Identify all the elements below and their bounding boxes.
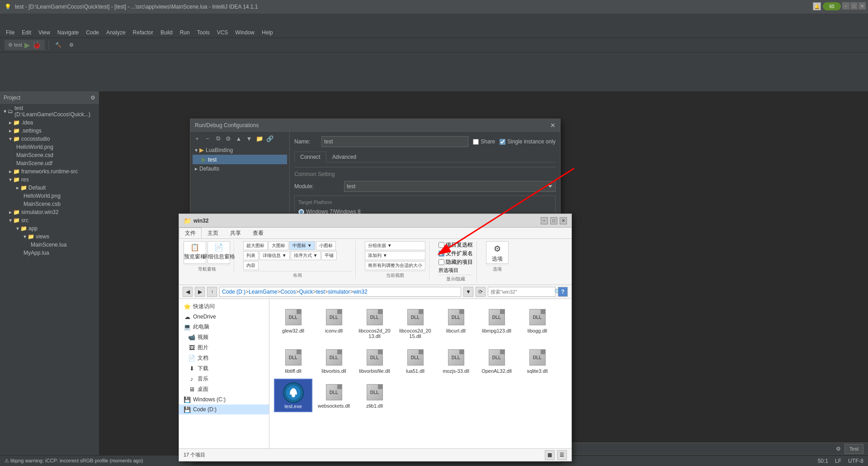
build-btn[interactable]: 🔨 [52, 40, 64, 50]
file-sqlite3[interactable]: DLL sqlite3.dll [518, 344, 557, 376]
sidebar-item-app[interactable]: ▾ 📁 app [0, 224, 99, 233]
name-input[interactable] [321, 136, 468, 147]
fb-sidebar-music[interactable]: ♪ 音乐 [179, 374, 269, 384]
fb-detail-btn[interactable]: 📄 详细信息窗格 [208, 241, 230, 264]
file-libmpg123[interactable]: DLL libmpg123.dll [477, 304, 516, 342]
fb-tab-home[interactable]: 主页 [202, 228, 224, 238]
toolbar-run-btn[interactable]: ▶ [24, 41, 30, 49]
minimize-btn[interactable]: − [842, 2, 849, 10]
sidebar-item-res[interactable]: ▾ 📁 res [0, 176, 99, 184]
fb-sidebar-quickaccess[interactable]: ⭐ 快速访问 [179, 301, 269, 312]
file-libogg[interactable]: DLL libogg.dll [518, 304, 557, 342]
sidebar-item-mainscene-udf[interactable]: MainScene.udf [0, 159, 99, 167]
sidebar-item-views[interactable]: ▾ 📁 views [0, 233, 99, 241]
menu-build[interactable]: Build [157, 29, 176, 37]
fb-sidebar-video[interactable]: 📹 视频 [179, 332, 269, 342]
fb-checkbox-hidden[interactable]: 隐藏的项目 [439, 258, 473, 266]
sidebar-item-test[interactable]: ▾ 🗂 test (D:\LearnGame\Cocos\Quick...) [0, 104, 99, 119]
fb-help-btn[interactable]: ? [558, 287, 568, 297]
menu-run[interactable]: Run [176, 29, 193, 37]
menu-view[interactable]: View [35, 29, 54, 37]
file-mozjs33[interactable]: DLL mozjs-33.dll [437, 344, 475, 376]
fb-tab-view[interactable]: 查看 [247, 228, 269, 238]
fb-dropdown-btn[interactable]: ▼ [463, 287, 473, 297]
fb-sort-btn[interactable]: 排序方式 ▼ [291, 251, 321, 260]
fb-checkbox-items[interactable]: 项目复选框 [439, 241, 473, 249]
sidebar-item-default[interactable]: ▸ 📁 Default [0, 184, 99, 192]
tab-connect[interactable]: Connect [294, 152, 326, 162]
file-libvorbis[interactable]: DLL libvorbis.dll [315, 344, 353, 376]
file-zlib1[interactable]: DLL zlib1.dll [355, 379, 394, 412]
fb-maximize-btn[interactable]: □ [550, 217, 557, 224]
crumb-test[interactable]: test [316, 289, 325, 295]
sidebar-item-settings[interactable]: ▸ 📁 .settings [0, 127, 99, 135]
fb-sidebar-downloads[interactable]: ⬇ 下载 [179, 363, 269, 374]
config-lua-binding[interactable]: ▾ ▶ LuaBinding [193, 145, 287, 155]
fb-sidebar-coded[interactable]: 💾 Code (D:) [179, 404, 269, 414]
fb-content-btn[interactable]: 内容 [243, 261, 259, 270]
file-lua51[interactable]: DLL lua51.dll [396, 344, 434, 376]
menu-navigate[interactable]: Navigate [54, 29, 82, 37]
fb-groupby-btn[interactable]: 分组依据 ▼ [365, 241, 425, 250]
notification-icon[interactable]: 🔔 [813, 2, 821, 10]
item-checkbox[interactable] [439, 242, 444, 248]
fb-fitcol-btn[interactable]: 将所有列调整为合适的大小 [365, 261, 425, 270]
fb-detail-view-btn[interactable]: 详细信息 ▼ [259, 251, 290, 260]
close-btn[interactable]: ✕ [859, 2, 866, 10]
remove-config-btn[interactable]: − [203, 134, 212, 143]
crumb-simulator[interactable]: simulator [328, 289, 350, 295]
fb-tile-btn[interactable]: 平铺 [321, 251, 337, 260]
fb-close-btn[interactable]: ✕ [560, 217, 567, 224]
settings-config-btn[interactable]: ⚙ [224, 134, 233, 143]
file-glew32[interactable]: DLL glew32.dll [274, 304, 312, 342]
sidebar-item-mainscene-csd[interactable]: MainScene.csd [0, 151, 99, 159]
crumb-quick[interactable]: Quick [299, 289, 313, 295]
sidebar-item-cocosstudio[interactable]: ▾ 📁 cocosstudio [0, 135, 99, 143]
menu-file[interactable]: File [2, 29, 18, 37]
ext-checkbox[interactable] [439, 251, 444, 257]
crumb-win32[interactable]: win32 [353, 289, 367, 295]
fb-address-field[interactable]: Code (D:) > LearnGame > Cocos > Quick > … [219, 287, 461, 297]
test-btn[interactable]: Test [844, 444, 863, 454]
fb-sidebar-desktop[interactable]: 🖥 桌面 [179, 384, 269, 395]
fb-grid-view-btn[interactable]: ▦ [545, 450, 555, 460]
fb-sidebar-onedrive[interactable]: ☁ OneDrive [179, 312, 269, 322]
fb-tab-file[interactable]: 文件 [179, 228, 202, 238]
fb-sidebar-thispc[interactable]: 💻 此电脑 [179, 322, 269, 332]
fb-sidebar-documents[interactable]: 📄 文档 [179, 353, 269, 363]
move-down-btn[interactable]: ▼ [245, 134, 254, 143]
sidebar-item-helloworld2[interactable]: HelloWorld.png [0, 192, 99, 200]
run-settings-icon[interactable]: ⚙ [836, 446, 841, 452]
menu-edit[interactable]: Edit [18, 29, 35, 37]
folder-btn[interactable]: 📁 [255, 134, 264, 143]
menu-vcs[interactable]: VCS [213, 29, 232, 37]
sidebar-settings-icon[interactable]: ⚙ [90, 95, 95, 101]
sidebar-item-simulator-win32[interactable]: ▸ 📁 simulator.win32 [0, 208, 99, 216]
fb-checkbox-ext[interactable]: 文件扩展名 [439, 250, 473, 257]
fb-up-btn[interactable]: ↑ [207, 287, 217, 297]
file-libtiff[interactable]: DLL libtiff.dll [274, 344, 312, 376]
fb-sidebar-winc[interactable]: 💾 Windows (C:) [179, 395, 269, 404]
fb-addcol-btn[interactable]: 添加列 ▼ [365, 251, 425, 260]
dialog-close-btn[interactable]: ✕ [550, 122, 556, 129]
file-libvorbisfile[interactable]: DLL libvorbisfile.dll [355, 344, 394, 376]
config-defaults[interactable]: ▸ Defaults [193, 164, 287, 173]
maximize-btn[interactable]: □ [850, 2, 858, 10]
sidebar-item-myapp-lua[interactable]: MyApp.lua [0, 249, 99, 257]
move-up-btn[interactable]: ▲ [234, 134, 243, 143]
sidebar-item-src[interactable]: ▾ 📁 src [0, 216, 99, 224]
file-libcocos2013[interactable]: DLL libcocos2d_2013.dll [355, 304, 394, 342]
toolbar-debug-btn[interactable]: 🐞 [32, 41, 41, 49]
menu-window[interactable]: Window [231, 29, 258, 37]
file-websockets[interactable]: DLL websockets.dll [315, 379, 353, 412]
fb-large-icon-btn[interactable]: 大图标 [269, 241, 288, 250]
link-btn[interactable]: 🔗 [265, 134, 274, 143]
module-select[interactable]: test [344, 181, 556, 192]
fb-sidebar-pictures[interactable]: 🖼 图片 [179, 342, 269, 353]
menu-code[interactable]: Code [82, 29, 103, 37]
sidebar-item-mainscene-csb[interactable]: MainScene.csb [0, 200, 99, 208]
fb-tab-share[interactable]: 共享 [224, 228, 247, 238]
sidebar-item-helloworld-png[interactable]: HelloWorld.png [0, 143, 99, 151]
fb-list-view-btn[interactable]: ☰ [557, 450, 567, 460]
config-test[interactable]: ▶ test [193, 155, 287, 164]
